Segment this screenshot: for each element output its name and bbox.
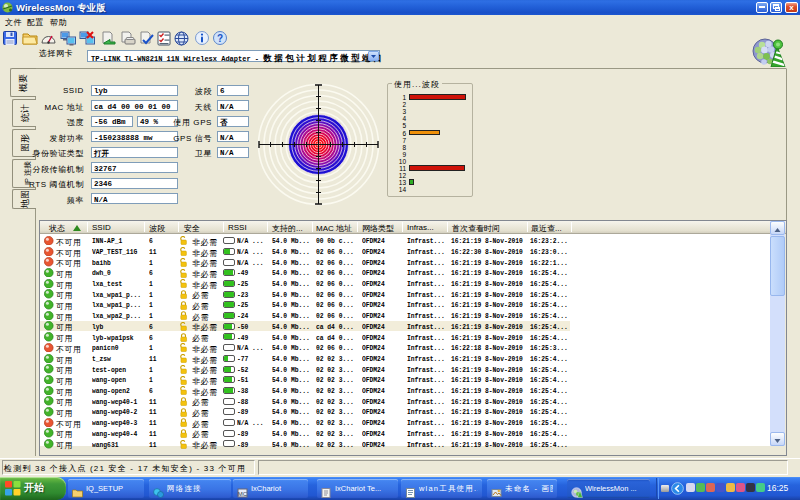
svg-text:MC: MC bbox=[238, 490, 248, 496]
svg-text:?: ? bbox=[217, 33, 223, 44]
